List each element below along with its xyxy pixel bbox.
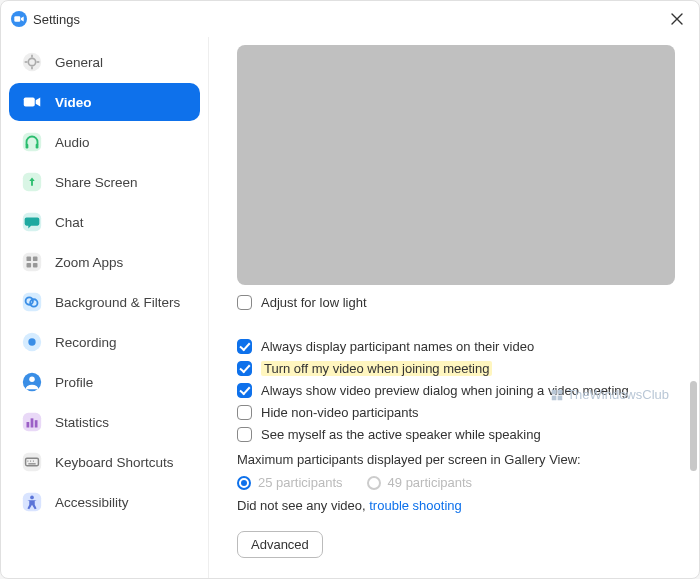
keyboard-icon bbox=[21, 451, 43, 473]
svg-rect-28 bbox=[31, 418, 34, 427]
share-screen-icon bbox=[21, 171, 43, 193]
adjust-low-light-label: Adjust for low light bbox=[261, 295, 367, 310]
background-filters-icon bbox=[21, 291, 43, 313]
radio-25-participants[interactable] bbox=[237, 476, 251, 490]
svg-rect-40 bbox=[552, 395, 557, 400]
svg-rect-8 bbox=[24, 97, 35, 106]
svg-rect-10 bbox=[26, 144, 29, 149]
svg-rect-17 bbox=[27, 263, 32, 268]
no-video-text: Did not see any video, bbox=[237, 498, 369, 513]
svg-rect-16 bbox=[33, 257, 38, 262]
svg-rect-1 bbox=[14, 16, 20, 22]
sidebar-item-label: Accessibility bbox=[55, 495, 129, 510]
svg-rect-39 bbox=[558, 389, 563, 394]
sidebar-item-keyboard-shortcuts[interactable]: Keyboard Shortcuts bbox=[9, 443, 200, 481]
svg-point-25 bbox=[29, 377, 35, 383]
show-names-label: Always display participant names on thei… bbox=[261, 339, 534, 354]
profile-icon bbox=[21, 371, 43, 393]
settings-window: Settings General Video Audio Share Scree… bbox=[0, 0, 700, 579]
see-myself-label: See myself as the active speaker while s… bbox=[261, 427, 541, 442]
sidebar-item-label: Background & Filters bbox=[55, 295, 180, 310]
sidebar-item-label: Statistics bbox=[55, 415, 109, 430]
svg-rect-41 bbox=[558, 395, 563, 400]
adjust-low-light-checkbox[interactable] bbox=[237, 295, 252, 310]
sidebar-item-recording[interactable]: Recording bbox=[9, 323, 200, 361]
close-button[interactable] bbox=[665, 7, 689, 31]
apps-icon bbox=[21, 251, 43, 273]
sidebar-item-general[interactable]: General bbox=[9, 43, 200, 81]
sidebar-item-label: Zoom Apps bbox=[55, 255, 123, 270]
hide-nonvideo-checkbox[interactable] bbox=[237, 405, 252, 420]
sidebar-item-accessibility[interactable]: Accessibility bbox=[9, 483, 200, 521]
video-settings-panel: Adjust for low light Always display part… bbox=[209, 37, 699, 578]
preview-dialog-checkbox[interactable] bbox=[237, 383, 252, 398]
sidebar-item-video[interactable]: Video bbox=[9, 83, 200, 121]
sidebar-item-background-filters[interactable]: Background & Filters bbox=[9, 283, 200, 321]
sidebar-item-label: Chat bbox=[55, 215, 84, 230]
recording-icon bbox=[21, 331, 43, 353]
svg-rect-14 bbox=[23, 253, 41, 271]
accessibility-icon bbox=[21, 491, 43, 513]
sidebar-item-label: Share Screen bbox=[55, 175, 138, 190]
svg-rect-29 bbox=[35, 420, 38, 427]
svg-rect-15 bbox=[27, 257, 32, 262]
radio-49-label: 49 participants bbox=[388, 475, 473, 490]
watermark: TheWindowsClub bbox=[550, 387, 669, 402]
sidebar-item-zoom-apps[interactable]: Zoom Apps bbox=[9, 243, 200, 281]
max-participants-label: Maximum participants displayed per scree… bbox=[237, 452, 675, 467]
headphones-icon bbox=[21, 131, 43, 153]
hide-nonvideo-label: Hide non-video participants bbox=[261, 405, 419, 420]
svg-rect-18 bbox=[33, 263, 38, 268]
sidebar-item-statistics[interactable]: Statistics bbox=[9, 403, 200, 441]
radio-25-label: 25 participants bbox=[258, 475, 343, 490]
turn-off-video-label: Turn off my video when joining meeting bbox=[261, 361, 492, 376]
svg-rect-11 bbox=[36, 144, 39, 149]
sidebar-item-label: General bbox=[55, 55, 103, 70]
troubleshooting-link[interactable]: trouble shooting bbox=[369, 498, 462, 513]
see-myself-checkbox[interactable] bbox=[237, 427, 252, 442]
sidebar-item-label: Video bbox=[55, 95, 92, 110]
camera-preview bbox=[237, 45, 675, 285]
sidebar-item-label: Keyboard Shortcuts bbox=[55, 455, 174, 470]
titlebar: Settings bbox=[1, 1, 699, 37]
sidebar-item-label: Recording bbox=[55, 335, 117, 350]
sidebar-item-label: Audio bbox=[55, 135, 90, 150]
window-title: Settings bbox=[33, 12, 80, 27]
sidebar-item-profile[interactable]: Profile bbox=[9, 363, 200, 401]
scrollbar-thumb[interactable] bbox=[690, 381, 697, 471]
video-icon bbox=[21, 91, 43, 113]
sidebar-item-share-screen[interactable]: Share Screen bbox=[9, 163, 200, 201]
sidebar-item-label: Profile bbox=[55, 375, 93, 390]
advanced-button[interactable]: Advanced bbox=[237, 531, 323, 558]
zoom-app-icon bbox=[11, 11, 27, 27]
svg-rect-27 bbox=[27, 422, 30, 428]
svg-point-37 bbox=[30, 496, 34, 500]
sidebar-item-chat[interactable]: Chat bbox=[9, 203, 200, 241]
turn-off-video-checkbox[interactable] bbox=[237, 361, 252, 376]
settings-sidebar: General Video Audio Share Screen Chat Zo… bbox=[1, 37, 209, 578]
radio-49-participants[interactable] bbox=[367, 476, 381, 490]
svg-point-23 bbox=[28, 338, 35, 345]
statistics-icon bbox=[21, 411, 43, 433]
chat-icon bbox=[21, 211, 43, 233]
windows-icon bbox=[550, 388, 564, 402]
sidebar-item-audio[interactable]: Audio bbox=[9, 123, 200, 161]
gear-icon bbox=[21, 51, 43, 73]
show-names-checkbox[interactable] bbox=[237, 339, 252, 354]
svg-rect-38 bbox=[552, 389, 557, 394]
scrollbar[interactable] bbox=[689, 31, 697, 574]
